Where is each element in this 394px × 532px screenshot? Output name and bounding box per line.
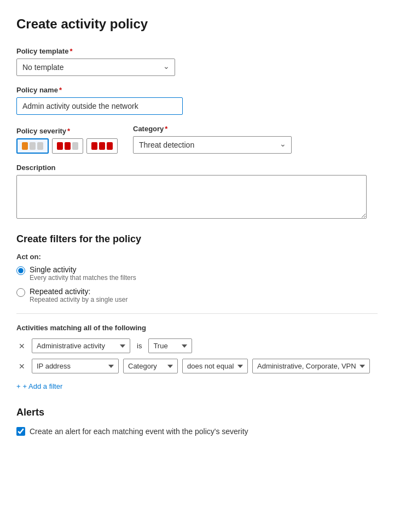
severity-options (16, 138, 118, 154)
policy-template-label: Policy template* (16, 47, 378, 55)
sev-block-1 (57, 142, 63, 150)
repeated-activity-radio[interactable] (16, 288, 25, 297)
filter-row-2-operator-select[interactable]: does not equal equals contains (182, 359, 248, 373)
policy-template-select[interactable]: No template Template 1 Template 2 (16, 59, 175, 76)
divider (16, 313, 378, 314)
plus-icon: + (16, 382, 21, 390)
severity-label: Policy severity* (16, 127, 118, 135)
severity-low-btn[interactable] (16, 138, 49, 154)
alert-checkbox-label[interactable]: Create an alert for each matching event … (30, 427, 248, 436)
filter-row-2-close-btn[interactable]: ✕ (16, 361, 27, 371)
policy-name-input[interactable] (16, 97, 183, 115)
category-wrapper: Threat detection Access control Data los… (133, 136, 292, 154)
policy-template-wrapper: No template Template 1 Template 2 (16, 59, 175, 76)
sev-block-2 (99, 142, 105, 150)
filter-row-1: ✕ Administrative activity IP address Use… (16, 338, 378, 353)
severity-section: Policy severity* (16, 127, 118, 154)
add-filter-button[interactable]: + + Add a filter (16, 379, 62, 394)
close-icon: ✕ (19, 363, 25, 370)
page-title: Create activity policy (16, 16, 378, 32)
alert-checkbox-row: Create an alert for each matching event … (16, 427, 378, 436)
sev-block-3 (107, 142, 113, 150)
filter-row-2-value-select[interactable]: Administrative, Corporate, VPN Administr… (252, 359, 370, 373)
filter-row-2-subfield-select[interactable]: Category Tag (123, 359, 178, 373)
filter-row-2-field-select[interactable]: IP address Administrative activity User (32, 359, 119, 373)
category-label: Category* (133, 125, 292, 133)
matching-title: Activities matching all of the following (16, 324, 378, 332)
severity-category-row: Policy severity* Category* (16, 125, 378, 154)
close-icon: ✕ (19, 342, 25, 350)
filter-row-1-close-btn[interactable]: ✕ (16, 341, 27, 351)
filters-section: Create filters for the policy Act on: Si… (16, 233, 378, 394)
sev-block-3 (37, 142, 43, 150)
repeated-activity-label: Repeated activity: (30, 287, 128, 296)
repeated-activity-sublabel: Repeated activity by a single user (30, 296, 128, 303)
add-filter-label: + Add a filter (23, 382, 63, 390)
category-section: Category* Threat detection Access contro… (133, 125, 292, 154)
alerts-section: Alerts Create an alert for each matching… (16, 407, 378, 436)
alert-checkbox[interactable] (16, 427, 25, 436)
sev-block-1 (91, 142, 97, 150)
severity-high-btn[interactable] (86, 138, 118, 154)
filter-row-1-is-label: is (135, 339, 144, 353)
filter-row-1-value-select[interactable]: True False (148, 338, 192, 353)
policy-name-label: Policy name* (16, 86, 378, 94)
repeated-activity-option: Repeated activity: Repeated activity by … (16, 287, 378, 303)
sev-block-2 (65, 142, 71, 150)
severity-medium-btn[interactable] (52, 138, 83, 154)
act-on-label: Act on: (16, 253, 378, 261)
sev-block-2 (30, 142, 36, 150)
description-section: Description (16, 163, 378, 220)
single-activity-option: Single activity Every activity that matc… (16, 265, 378, 282)
policy-template-section: Policy template* No template Template 1 … (16, 47, 378, 76)
single-activity-radio[interactable] (16, 266, 25, 275)
sev-block-1 (22, 142, 28, 150)
filter-row-2: ✕ IP address Administrative activity Use… (16, 359, 378, 373)
single-activity-sublabel: Every activity that matches the filters (30, 274, 136, 282)
category-select[interactable]: Threat detection Access control Data los… (133, 136, 292, 154)
filter-row-1-field-select[interactable]: Administrative activity IP address User (32, 338, 130, 353)
sev-block-3 (72, 142, 78, 150)
alerts-title: Alerts (16, 407, 378, 418)
policy-name-section: Policy name* (16, 86, 378, 115)
description-textarea[interactable] (16, 175, 367, 219)
description-label: Description (16, 163, 378, 172)
single-activity-label: Single activity (30, 265, 136, 274)
filters-title: Create filters for the policy (16, 233, 378, 245)
